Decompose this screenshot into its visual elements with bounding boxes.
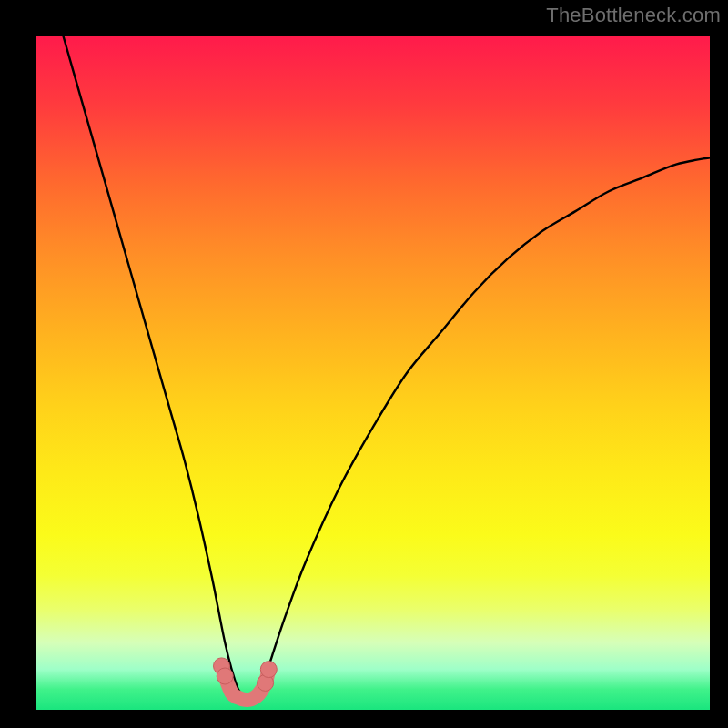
plot-area: [36, 36, 710, 710]
bottleneck-curve: [64, 36, 710, 697]
chart-frame: TheBottleneck.com: [0, 0, 728, 728]
marker-dot: [260, 662, 277, 678]
marker-dot: [217, 668, 233, 684]
watermark-text: TheBottleneck.com: [546, 4, 721, 27]
chart-svg: [36, 36, 710, 710]
